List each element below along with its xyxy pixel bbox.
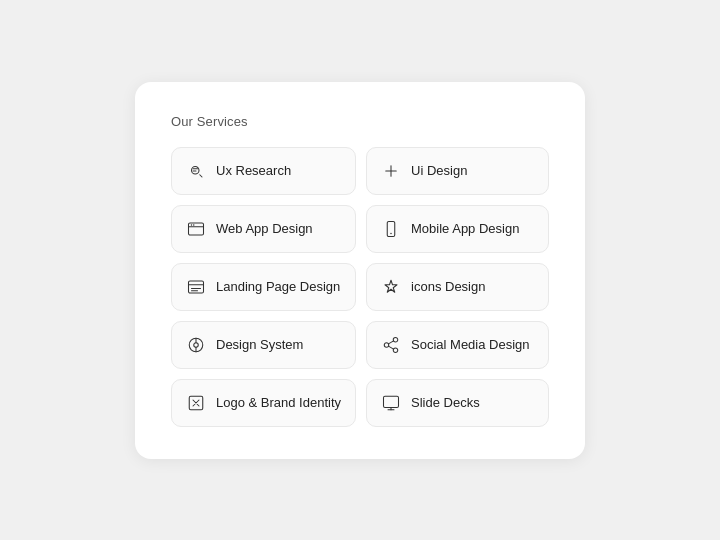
section-title: Our Services: [171, 114, 549, 129]
services-card: Our Services Ux Research Ui Design Web A…: [135, 82, 585, 459]
services-grid: Ux Research Ui Design Web App Design Mob…: [171, 147, 549, 427]
svg-point-17: [393, 348, 398, 353]
slides-icon: [381, 393, 401, 413]
service-label-slides: Slide Decks: [411, 395, 480, 410]
service-item-web-app[interactable]: Web App Design: [171, 205, 356, 253]
svg-point-12: [194, 342, 199, 347]
service-item-ui-design[interactable]: Ui Design: [366, 147, 549, 195]
service-item-slides[interactable]: Slide Decks: [366, 379, 549, 427]
service-item-social[interactable]: Social Media Design: [366, 321, 549, 369]
service-item-mobile[interactable]: Mobile App Design: [366, 205, 549, 253]
svg-line-19: [388, 340, 393, 343]
service-item-logo[interactable]: Logo & Brand Identity: [171, 379, 356, 427]
web-app-icon: [186, 219, 206, 239]
svg-rect-21: [384, 396, 399, 407]
landing-icon: [186, 277, 206, 297]
service-label-mobile: Mobile App Design: [411, 221, 519, 236]
icons-design-icon: [381, 277, 401, 297]
service-label-social: Social Media Design: [411, 337, 530, 352]
service-item-ux-research[interactable]: Ux Research: [171, 147, 356, 195]
ux-research-icon: [186, 161, 206, 181]
svg-point-0: [192, 166, 200, 174]
service-label-landing: Landing Page Design: [216, 279, 340, 294]
social-icon: [381, 335, 401, 355]
design-system-icon: [186, 335, 206, 355]
svg-point-16: [384, 342, 389, 347]
service-label-design-system: Design System: [216, 337, 303, 352]
ui-design-icon: [381, 161, 401, 181]
service-item-landing[interactable]: Landing Page Design: [171, 263, 356, 311]
mobile-icon: [381, 219, 401, 239]
svg-line-18: [388, 346, 393, 349]
service-label-ux-research: Ux Research: [216, 163, 291, 178]
svg-point-15: [393, 337, 398, 342]
logo-icon: [186, 393, 206, 413]
service-label-web-app: Web App Design: [216, 221, 313, 236]
service-item-icons[interactable]: icons Design: [366, 263, 549, 311]
service-label-icons: icons Design: [411, 279, 485, 294]
service-label-logo: Logo & Brand Identity: [216, 395, 341, 410]
service-item-design-system[interactable]: Design System: [171, 321, 356, 369]
svg-rect-3: [189, 223, 204, 235]
service-label-ui-design: Ui Design: [411, 163, 467, 178]
